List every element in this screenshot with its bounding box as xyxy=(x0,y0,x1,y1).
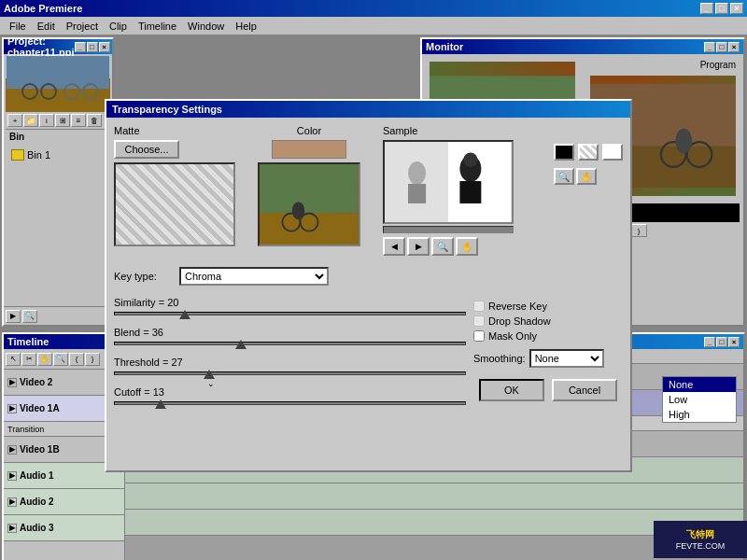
project-titlebar-buttons: _ □ × xyxy=(75,42,110,52)
smoothing-row: Smoothing: None Low High xyxy=(473,349,623,368)
track-expand-video2[interactable]: ▶ xyxy=(7,378,17,387)
project-preview-image xyxy=(6,56,110,112)
project-thumbnail xyxy=(6,56,110,112)
keytype-select[interactable]: Chroma xyxy=(179,267,329,286)
tl-zoom-tool[interactable]: 🔍 xyxy=(53,353,68,366)
slider-blend: Blend = 36 xyxy=(114,327,466,345)
track-name-transition: Transition xyxy=(7,425,44,434)
menu-clip[interactable]: Clip xyxy=(104,19,133,34)
track-name-video2: Video 2 xyxy=(20,377,52,387)
project-delete-btn[interactable]: 🗑 xyxy=(87,114,102,127)
svg-rect-24 xyxy=(459,181,481,203)
sample-controls: ◀ ▶ 🔍 ✋ xyxy=(383,237,514,256)
slider-blend-track[interactable] xyxy=(114,342,466,345)
drop-shadow-label: Drop Shadow xyxy=(488,315,551,327)
slider-cutoff-track[interactable] xyxy=(114,401,466,405)
slider-threshold-label: Threshold = 27 xyxy=(114,357,466,368)
menu-edit[interactable]: Edit xyxy=(32,19,61,34)
ok-button[interactable]: OK xyxy=(479,379,544,401)
dialog-titlebar: Transparency Settings xyxy=(106,101,630,118)
timeline-maximize[interactable]: □ xyxy=(716,337,727,347)
project-zoom-btn[interactable]: 🔍 xyxy=(22,310,37,323)
monitor-titlebar-buttons: _ □ × xyxy=(704,42,740,52)
minimize-btn[interactable]: _ xyxy=(700,3,713,14)
tl-in-point[interactable]: { xyxy=(69,353,84,366)
maximize-btn[interactable]: □ xyxy=(715,3,728,14)
monitor-out-point[interactable]: } xyxy=(630,224,647,237)
color-swatch[interactable] xyxy=(272,140,346,159)
track-expand-audio1[interactable]: ▶ xyxy=(7,471,17,481)
smoothing-select[interactable]: None Low High xyxy=(529,349,604,368)
monitor-title: Monitor xyxy=(426,41,463,52)
menu-project[interactable]: Project xyxy=(61,19,104,34)
menu-window[interactable]: Window xyxy=(182,19,230,34)
view-checker-btn[interactable] xyxy=(578,144,599,161)
project-new-btn[interactable]: + xyxy=(7,114,22,127)
tl-select-tool[interactable]: ↖ xyxy=(6,353,21,366)
project-info-btn[interactable]: i xyxy=(39,114,54,127)
color-preview-svg xyxy=(260,164,359,245)
close-btn[interactable]: × xyxy=(730,3,743,14)
drop-shadow-row: Drop Shadow xyxy=(473,315,623,327)
view-black-btn[interactable] xyxy=(554,144,574,161)
project-toolbar: + 📁 i ⊞ ≡ 🗑 xyxy=(6,112,110,130)
reverse-key-checkbox[interactable] xyxy=(473,301,485,312)
monitor-maximize[interactable]: □ xyxy=(716,42,727,52)
project-folder-btn[interactable]: 📁 xyxy=(23,114,38,127)
mask-only-checkbox[interactable] xyxy=(473,330,485,342)
project-play-btn[interactable]: ▶ xyxy=(6,310,21,323)
timeline-minimize[interactable]: _ xyxy=(704,337,715,347)
sample-section: Sample xyxy=(383,125,514,256)
svg-point-26 xyxy=(408,161,426,185)
project-close[interactable]: × xyxy=(99,42,110,52)
bin-item[interactable]: Bin 1 xyxy=(9,147,106,162)
track-expand-video1a[interactable]: ▶ xyxy=(7,404,17,413)
sample-hand-btn[interactable]: ✋ xyxy=(456,237,478,256)
monitor-minimize[interactable]: _ xyxy=(704,42,715,52)
project-minimize[interactable]: _ xyxy=(75,42,86,52)
tl-razor-tool[interactable]: ✂ xyxy=(21,353,36,366)
menu-file[interactable]: File xyxy=(4,19,32,34)
keytype-row: Key type: Chroma xyxy=(114,263,623,289)
watermark-text: 飞特网 xyxy=(686,528,714,541)
sample-play-btn[interactable]: ▶ xyxy=(407,237,430,256)
slider-threshold-track[interactable]: ⌄ xyxy=(114,371,466,375)
menu-help[interactable]: Help xyxy=(230,19,262,34)
monitor-close[interactable]: × xyxy=(728,42,740,52)
slider-threshold-thumb[interactable]: ⌄ xyxy=(204,370,215,379)
color-section: Color xyxy=(258,125,360,256)
project-titlebar: Project: chapter11.ppj _ □ × xyxy=(4,39,112,54)
zoom-in-btn[interactable]: 🔍 xyxy=(554,168,574,185)
slider-cutoff-thumb[interactable] xyxy=(155,399,166,409)
track-expand-video1b[interactable]: ▶ xyxy=(7,445,17,455)
slider-blend-thumb[interactable] xyxy=(235,340,247,349)
monitor-titlebar: Monitor _ □ × xyxy=(422,39,743,54)
track-expand-audio3[interactable]: ▶ xyxy=(7,524,17,533)
smoothing-label: Smoothing: xyxy=(473,353,526,364)
timeline-titlebar-buttons: _ □ × xyxy=(704,337,740,347)
smoothing-dropdown-high[interactable]: High xyxy=(663,407,736,422)
app-titlebar: Adobe Premiere _ □ × xyxy=(0,0,747,17)
slider-similarity-track[interactable] xyxy=(114,312,466,315)
smoothing-dropdown-none[interactable]: None xyxy=(663,377,736,392)
timeline-close[interactable]: × xyxy=(728,337,740,347)
view-white-btn[interactable] xyxy=(602,144,623,161)
tl-hand-tool[interactable]: ✋ xyxy=(37,353,52,366)
choose-button[interactable]: Choose... xyxy=(114,140,179,159)
project-window: Project: chapter11.ppj _ □ × xyxy=(2,37,114,327)
menu-timeline[interactable]: Timeline xyxy=(133,19,182,34)
sample-prev-btn[interactable]: ◀ xyxy=(383,237,405,256)
drop-shadow-checkbox[interactable] xyxy=(473,315,485,327)
project-icon-btn[interactable]: ⊞ xyxy=(55,114,70,127)
sample-zoom-btn[interactable]: 🔍 xyxy=(431,237,454,256)
smoothing-dropdown-low[interactable]: Low xyxy=(663,392,736,407)
tl-out-point[interactable]: } xyxy=(85,353,100,366)
project-list-btn[interactable]: ≡ xyxy=(71,114,86,127)
program-label: Program xyxy=(586,58,740,72)
grab-btn[interactable]: ✋ xyxy=(576,168,597,185)
project-maximize[interactable]: □ xyxy=(87,42,98,52)
timeline-row-audio3 xyxy=(125,510,743,536)
cancel-button[interactable]: Cancel xyxy=(552,379,617,401)
slider-similarity-thumb[interactable] xyxy=(179,310,190,319)
track-expand-audio2[interactable]: ▶ xyxy=(7,497,17,507)
